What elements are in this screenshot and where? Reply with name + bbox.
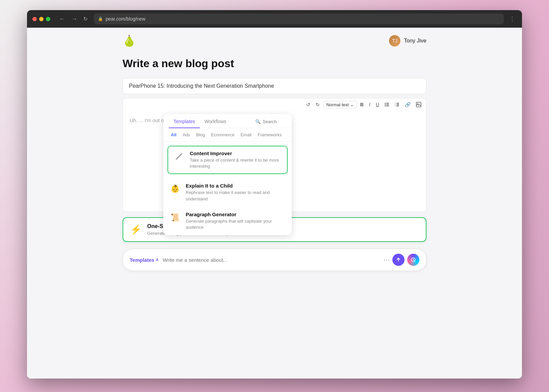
template-explain-child[interactable]: 👶 Explain It to a Child Rephrase text to… [163, 178, 292, 206]
svg-rect-3 [386, 104, 389, 105]
logo: 🍐 [123, 34, 136, 47]
tab-workflows[interactable]: Workflows [200, 119, 231, 128]
upload-button[interactable] [392, 254, 404, 266]
templates-trigger[interactable]: Templates ∧ [130, 257, 159, 263]
tab-templates[interactable]: Templates [169, 119, 200, 128]
image-button[interactable] [414, 101, 423, 109]
minimize-window-btn[interactable] [39, 17, 44, 21]
maximize-window-btn[interactable] [46, 17, 50, 21]
more-options-button[interactable]: ⋮ [508, 14, 517, 24]
content-improver-icon [173, 150, 185, 163]
template-content-improver[interactable]: Content Improver Take a piece of content… [167, 146, 288, 174]
search-input[interactable] [263, 119, 286, 124]
svg-rect-1 [386, 103, 389, 104]
filter-blog[interactable]: Blog [194, 132, 207, 138]
text-style-label: Normal text [326, 102, 348, 107]
magic-button[interactable] [407, 254, 419, 266]
content-improver-text: Content Improver Take a piece of content… [190, 150, 282, 169]
chevron-up-icon: ∧ [156, 257, 159, 262]
paragraph-gen-desc: Generate paragraphs that will captivate … [186, 218, 286, 230]
reload-button[interactable]: ↻ [81, 15, 90, 23]
svg-text:3.: 3. [395, 105, 396, 107]
numbered-list-button[interactable]: 1.2.3. [393, 101, 401, 108]
paragraph-gen-icon: 📜 [169, 212, 181, 224]
popup-tabs: Templates Workflows 🔍 [163, 114, 292, 128]
lock-icon: 🔒 [98, 17, 103, 21]
traffic-lights [32, 17, 50, 21]
svg-rect-5 [386, 106, 389, 106]
filter-frameworks[interactable]: Frameworks [256, 132, 284, 138]
svg-rect-11 [396, 106, 399, 106]
underline-button[interactable]: U [374, 101, 381, 109]
filter-ads[interactable]: Ads [181, 132, 192, 138]
user-name: Tony Jive [404, 38, 426, 44]
filter-tabs: All Ads Blog Ecommerce Email Frameworks [163, 128, 292, 142]
page-title: Write a new blog post [123, 57, 426, 70]
bullet-list-button[interactable] [383, 101, 391, 108]
chevron-down-icon: ⌄ [350, 102, 354, 107]
templates-popup: Templates Workflows 🔍 All Ads Blog Ecomm [163, 114, 292, 235]
redo-button[interactable]: ↻ [314, 101, 322, 109]
bottom-input-container: Templates ∧ ⋯ [123, 249, 426, 271]
close-window-btn[interactable] [32, 17, 37, 21]
address-bar[interactable]: 🔒 pear.com/blog/new [94, 13, 504, 24]
link-button[interactable]: 🔗 [403, 101, 413, 109]
svg-line-14 [176, 155, 181, 159]
filter-ecommerce[interactable]: Ecommerce [209, 132, 236, 138]
text-style-select[interactable]: Normal text ⌄ [323, 101, 357, 109]
prompt-input[interactable] [163, 257, 380, 263]
filter-all[interactable]: All [169, 132, 179, 138]
nav-buttons: ← → ↻ [57, 15, 90, 23]
main-content: Write a new blog post ↺ ↻ Normal text ⌄ … [123, 57, 426, 271]
bold-button[interactable]: B [358, 101, 366, 109]
templates-label: Templates [130, 257, 154, 263]
back-button[interactable]: ← [57, 15, 67, 23]
search-icon: 🔍 [255, 119, 261, 124]
explain-child-title: Explain It to a Child [186, 183, 286, 189]
forward-button[interactable]: → [69, 15, 79, 23]
svg-rect-7 [396, 103, 399, 104]
bottom-bar: Templates ∧ ⋯ [123, 249, 426, 271]
italic-button[interactable]: I [367, 101, 372, 109]
explain-child-text: Explain It to a Child Rephrase text to m… [186, 183, 286, 202]
editor-wrapper: Uh..... I'm out of ideas, Templates Work… [123, 111, 426, 212]
svg-point-2 [385, 104, 386, 105]
svg-point-0 [385, 103, 386, 104]
content-improver-desc: Take a piece of content & rewrite it to … [190, 157, 282, 169]
top-nav: 🍐 TJ Tony Jive [123, 28, 426, 51]
more-options-icon[interactable]: ⋯ [384, 256, 390, 263]
bottom-actions: ⋯ [384, 254, 419, 266]
undo-button[interactable]: ↺ [304, 101, 312, 109]
browser-window: ← → ↻ 🔒 pear.com/blog/new ⋮ 🍐 TJ Tony Ji… [27, 10, 522, 379]
paragraph-gen-text: Paragraph Generator Generate paragraphs … [186, 212, 286, 230]
oneshot-icon: ⚡ [130, 224, 142, 235]
page-content: 🍐 TJ Tony Jive Write a new blog post ↺ ↻… [27, 28, 522, 379]
blog-title-input[interactable] [129, 83, 420, 89]
explain-child-icon: 👶 [169, 183, 181, 195]
title-input-container [123, 78, 426, 94]
user-info: TJ Tony Jive [389, 35, 426, 47]
editor-toolbar: ↺ ↻ Normal text ⌄ B I U 1.2.3. 🔗 [123, 98, 426, 111]
titlebar: ← → ↻ 🔒 pear.com/blog/new ⋮ [27, 10, 522, 28]
paragraph-gen-title: Paragraph Generator [186, 212, 286, 217]
content-improver-title: Content Improver [190, 150, 282, 156]
popup-search: 🔍 [255, 119, 286, 128]
svg-rect-9 [396, 104, 399, 105]
filter-email[interactable]: Email [238, 132, 254, 138]
url-text: pear.com/blog/new [106, 16, 146, 22]
explain-child-desc: Rephrase text to make it easier to read … [186, 190, 286, 202]
svg-point-4 [385, 106, 386, 107]
template-paragraph-generator[interactable]: 📜 Paragraph Generator Generate paragraph… [163, 207, 292, 235]
avatar-initials: TJ [392, 38, 398, 44]
avatar: TJ [389, 35, 400, 47]
editor-area[interactable]: Uh..... I'm out of ideas, Templates Work… [123, 111, 426, 212]
